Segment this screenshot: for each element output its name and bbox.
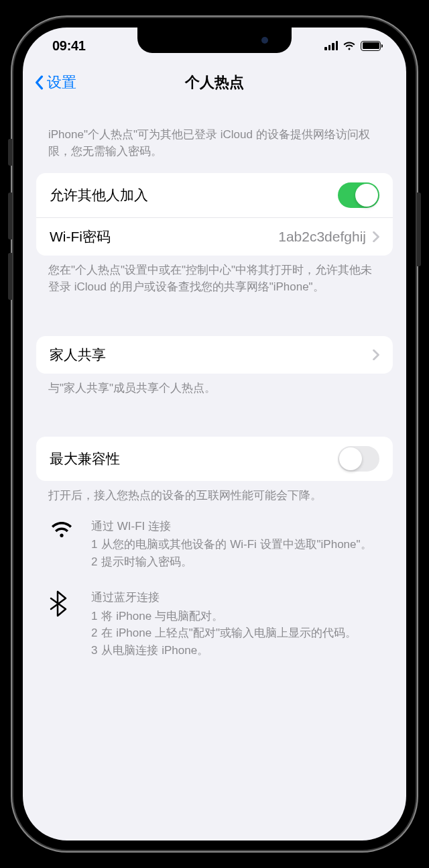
allow-others-footer: 您在"个人热点"设置中或在"控制中心"中将其打开时，允许其他未登录 iCloud…	[36, 256, 393, 295]
bluetooth-step-2: 在 iPhone 上轻点"配对"或输入电脑上显示的代码。	[101, 625, 356, 642]
back-label: 设置	[47, 72, 76, 93]
battery-icon	[361, 41, 381, 51]
allow-others-label: 允许其他人加入	[50, 186, 148, 205]
wifi-step-2: 提示时输入密码。	[101, 553, 192, 571]
bluetooth-step-3: 从电脑连接 iPhone。	[101, 642, 208, 659]
hotspot-settings-section: 允许其他人加入 Wi-Fi密码 1ab2c3defghij	[36, 173, 393, 256]
bluetooth-step-1: 将 iPhone 与电脑配对。	[101, 608, 223, 625]
navigation-bar: 设置 个人热点	[23, 64, 406, 101]
wifi-step-1: 从您的电脑或其他设备的 Wi-Fi 设置中选取"iPhone"。	[101, 536, 371, 553]
back-button[interactable]: 设置	[34, 72, 76, 93]
front-camera-icon	[261, 37, 268, 44]
bluetooth-instruction: 通过蓝牙连接 1将 iPhone 与电脑配对。 2在 iPhone 上轻点"配对…	[48, 589, 381, 659]
wifi-status-icon	[343, 41, 356, 51]
status-time: 09:41	[52, 38, 86, 54]
cellular-signal-icon	[324, 41, 338, 50]
wifi-password-value: 1ab2c3defghij	[278, 229, 366, 245]
max-compat-section: 最大兼容性	[36, 437, 393, 481]
phone-device-frame: 09:41	[13, 18, 416, 850]
wifi-icon	[48, 519, 75, 539]
wifi-instruction-title: 通过 WI-FI 连接	[91, 518, 381, 535]
family-sharing-label: 家人共享	[50, 345, 106, 364]
max-compat-label: 最大兼容性	[50, 449, 120, 468]
notch	[137, 28, 292, 53]
status-icons	[324, 41, 381, 51]
family-sharing-row[interactable]: 家人共享	[36, 336, 393, 374]
family-sharing-footer: 与"家人共享"成员共享个人热点。	[36, 374, 393, 397]
screen: 09:41	[23, 28, 406, 840]
chevron-right-icon	[373, 231, 379, 242]
bluetooth-icon	[48, 590, 67, 617]
content-area: iPhone"个人热点"可为其他已登录 iCloud 的设备提供网络访问权限，您…	[23, 101, 406, 659]
allow-others-toggle[interactable]	[338, 182, 379, 208]
allow-others-row[interactable]: 允许其他人加入	[36, 173, 393, 218]
max-compat-footer: 打开后，接入您热点的设备的互联网性能可能会下降。	[36, 481, 393, 504]
header-description: iPhone"个人热点"可为其他已登录 iCloud 的设备提供网络访问权限，您…	[36, 101, 393, 168]
chevron-left-icon	[34, 75, 44, 90]
bluetooth-instruction-title: 通过蓝牙连接	[91, 589, 381, 606]
wifi-instruction: 通过 WI-FI 连接 1从您的电脑或其他设备的 Wi-Fi 设置中选取"iPh…	[48, 518, 381, 571]
wifi-password-label: Wi-Fi密码	[50, 227, 111, 246]
chevron-right-icon	[373, 349, 379, 360]
wifi-password-row[interactable]: Wi-Fi密码 1ab2c3defghij	[36, 218, 393, 256]
connection-instructions: 通过 WI-FI 连接 1从您的电脑或其他设备的 Wi-Fi 设置中选取"iPh…	[36, 504, 393, 659]
max-compat-toggle[interactable]	[338, 446, 379, 472]
max-compat-row[interactable]: 最大兼容性	[36, 437, 393, 481]
family-sharing-section: 家人共享	[36, 336, 393, 374]
page-title: 个人热点	[185, 72, 244, 93]
